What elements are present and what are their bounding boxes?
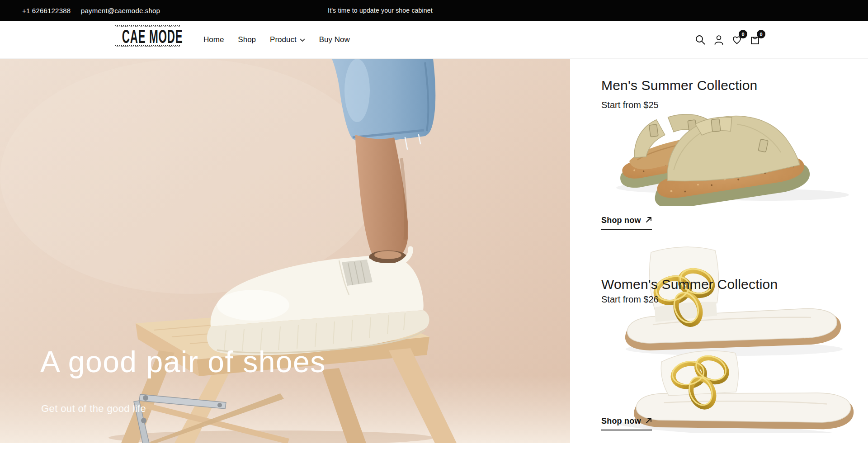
- mens-collection-title: Men's Summer Collection: [601, 78, 757, 93]
- nav-item-buy-now[interactable]: Buy Now: [319, 35, 350, 44]
- topbar: +1 6266122388 payment@caemode.shop It's …: [0, 0, 868, 21]
- nav-item-shop[interactable]: Shop: [238, 35, 256, 44]
- hero-slider: A good pair of shoes Get out of the good…: [0, 59, 570, 443]
- hero-subtitle: Get out of the good life: [41, 403, 146, 415]
- arrow-up-right-icon: [646, 217, 652, 225]
- hero-title: A good pair of shoes: [40, 346, 326, 378]
- womens-collection-title: Women's Summer Collection: [601, 277, 778, 292]
- womens-shop-now-link[interactable]: Shop now: [601, 416, 652, 430]
- topbar-promo: It's time to update your shoe cabinet: [328, 0, 433, 21]
- search-icon[interactable]: [694, 34, 706, 46]
- logo[interactable]: CAE MODE: [115, 25, 180, 47]
- account-icon[interactable]: [713, 34, 725, 46]
- mens-collection-price: Start from $25: [601, 100, 659, 110]
- nav-item-product[interactable]: Product: [270, 35, 305, 44]
- cart-bag-icon[interactable]: 0: [749, 34, 761, 46]
- nav-item-product-label: Product: [270, 35, 297, 44]
- hero-photo: [0, 59, 570, 443]
- womens-collection-price: Start from $26: [601, 294, 659, 305]
- chevron-down-icon: [300, 35, 305, 44]
- arrow-up-right-icon: [646, 417, 652, 425]
- slide-bottom: [617, 346, 856, 433]
- topbar-phone[interactable]: +1 6266122388: [22, 0, 71, 21]
- mens-shop-now-link[interactable]: Shop now: [601, 216, 652, 230]
- logo-text: CAE MODE: [122, 23, 183, 49]
- womens-shop-now-label: Shop now: [601, 416, 641, 426]
- main-nav: Home Shop Product Buy Now: [203, 21, 350, 59]
- wishlist-heart-icon[interactable]: 0: [731, 34, 743, 46]
- cart-count-badge: 0: [757, 30, 765, 38]
- mens-shop-now-label: Shop now: [601, 216, 641, 225]
- topbar-email[interactable]: payment@caemode.shop: [81, 0, 160, 21]
- storefront-page: +1 6266122388 payment@caemode.shop It's …: [0, 0, 868, 449]
- nav-item-home[interactable]: Home: [203, 35, 224, 44]
- womens-sandals-image[interactable]: [590, 236, 864, 433]
- wishlist-count-badge: 0: [739, 30, 747, 38]
- header: CAE MODE Home Shop Product Buy Now: [0, 21, 868, 59]
